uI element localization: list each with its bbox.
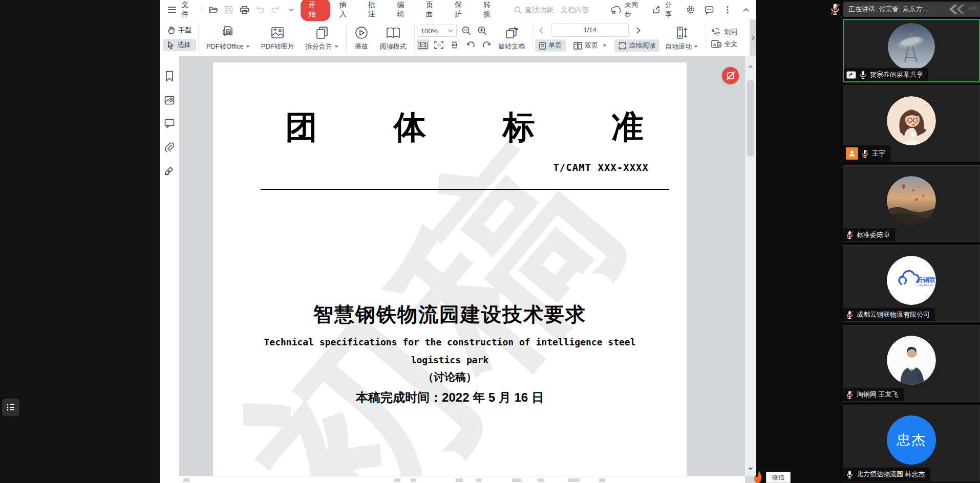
edit-disabled-badge[interactable] (722, 67, 739, 84)
bookmark-icon[interactable] (165, 71, 174, 82)
svg-text:a: a (712, 28, 715, 33)
participant-name: 北方恒达物流园 韩忠杰 (857, 470, 925, 479)
more-options-icon[interactable] (722, 4, 734, 16)
illustrated-woman-avatar (887, 96, 936, 145)
single-page-button[interactable]: 单页 (535, 39, 566, 52)
participant-tile[interactable]: 淘钢网 王龙飞 (843, 325, 980, 402)
search-box[interactable] (514, 6, 607, 14)
redo-icon[interactable] (270, 4, 282, 16)
collapse-ribbon-icon[interactable] (740, 4, 752, 16)
cloud-sync-icon[interactable] (610, 4, 622, 16)
list-icon (6, 402, 16, 412)
participant-name: 成都云钢联物流有限公司 (857, 310, 930, 319)
participant-tile[interactable]: 王宇 (843, 85, 980, 162)
word-translate-button[interactable]: a 中 划词 (711, 27, 744, 36)
desktop-left-strip (0, 0, 160, 483)
read-mode-button[interactable]: 阅读模式 (374, 24, 412, 51)
hand-icon (167, 26, 175, 34)
share-label[interactable]: 分享 (665, 1, 678, 19)
vertical-scrollbar[interactable] (745, 56, 756, 476)
previous-page-button[interactable] (535, 25, 547, 36)
zoom-level-select[interactable]: 100% (417, 25, 457, 37)
undo-icon[interactable] (254, 4, 266, 16)
document-title-en-line2: logistics park (213, 355, 687, 365)
sync-status-label: 未同步 (625, 1, 644, 19)
fit-width-button[interactable] (449, 39, 461, 51)
comment-icon[interactable] (703, 4, 715, 16)
header-rule (261, 189, 669, 190)
zoom-in-button[interactable] (476, 25, 488, 36)
zoom-out-button[interactable] (460, 25, 473, 36)
auto-scroll-button[interactable]: 自动滚动 (659, 24, 704, 51)
tab-convert[interactable]: 转换 (478, 1, 503, 19)
flame-app-icon[interactable] (751, 471, 763, 483)
rotate-right-button[interactable] (480, 39, 493, 51)
participant-tile[interactable]: 标准委陈卓 (843, 165, 980, 242)
tab-edit[interactable]: 编辑 (391, 1, 416, 19)
presenter-badge (846, 147, 858, 160)
tab-page[interactable]: 页面 (420, 1, 445, 19)
tab-protect[interactable]: 保护 (449, 1, 474, 19)
toolbar-ribbon: 手型 选择 W PDF转Office (160, 19, 756, 56)
panel-expander[interactable] (750, 19, 756, 56)
screen-share-icon (846, 71, 856, 79)
chevron-down-icon[interactable] (285, 4, 297, 16)
next-page-button[interactable] (632, 25, 645, 36)
meeting-sidebar: 正在讲话: 贺宗春; 京东方... (843, 0, 980, 483)
standard-header: 团 体 标 准 (285, 105, 644, 149)
caret-down (603, 45, 607, 49)
hand-tool-button[interactable]: 手型 (163, 24, 196, 36)
split-merge-icon (315, 26, 329, 40)
file-menu[interactable]: 文件 (181, 1, 195, 19)
tab-annotate[interactable]: 批注 (363, 1, 388, 19)
full-translate-button[interactable]: a 中 全文 (711, 39, 744, 49)
caret-down (694, 46, 698, 50)
select-tool-button[interactable]: 选择 (163, 39, 196, 51)
pdf-to-image-button[interactable]: PDF转图片 (255, 24, 300, 51)
company-logo-avatar: 云钢联 YUNGANGLIAN (887, 256, 936, 305)
status-bar-partial (179, 476, 745, 483)
standard-number: T/CAMT XXX-XXXX (553, 162, 649, 173)
share-icon[interactable] (651, 4, 663, 16)
actual-size-button[interactable]: 1:1 (417, 39, 429, 51)
save-icon[interactable] (223, 4, 235, 16)
pdf-to-office-button[interactable]: W PDF转Office (201, 24, 255, 51)
search-input[interactable] (525, 6, 607, 14)
scroll-up-arrow[interactable] (748, 62, 753, 68)
paperclip-icon[interactable] (164, 142, 175, 152)
scrollbar-thumb[interactable] (747, 80, 754, 157)
comment-bubble-icon[interactable] (164, 119, 175, 128)
double-page-button[interactable]: 双页 (569, 39, 611, 52)
tab-insert[interactable]: 插入 (334, 1, 359, 19)
pdf-to-image-icon (270, 26, 285, 40)
page-indicator-input[interactable]: 1/14 (551, 24, 629, 37)
search-icon (514, 6, 522, 14)
participant-list: 贺宗春的屏幕共享 (843, 19, 980, 481)
pdf-page: 初稿 团 体 标 准 T/CAMT XXX-XXXX 智慧钢铁物流园建设技术要求… (213, 62, 687, 483)
svg-text:YUNGANGLIAN: YUNGANGLIAN (917, 284, 933, 287)
open-folder-icon[interactable] (207, 4, 219, 16)
split-merge-button[interactable]: 拆分合并 (300, 24, 344, 51)
fit-page-button[interactable] (433, 39, 445, 51)
signature-pen-icon[interactable] (164, 166, 175, 176)
gear-icon[interactable] (685, 4, 696, 16)
rotate-left-button[interactable] (464, 39, 477, 51)
image-icon[interactable] (164, 96, 175, 105)
pdf-app-window: 文件 (160, 0, 756, 483)
participant-tile[interactable]: 云钢联 YUNGANGLIAN 成都云钢联物流有限公司 (843, 245, 980, 322)
participant-tile[interactable]: 忠杰 北方恒达物流园 韩忠杰 (843, 405, 980, 481)
auto-scroll-icon (675, 26, 688, 40)
businessman-avatar (887, 336, 936, 385)
rotate-document-button[interactable]: 旋转文档 (493, 24, 530, 51)
meeting-app-logo-decoration[interactable] (946, 4, 978, 15)
hamburger-menu-icon[interactable] (166, 4, 178, 16)
tab-home[interactable]: 开始 (301, 0, 330, 21)
document-canvas[interactable]: 初稿 团 体 标 准 T/CAMT XXX-XXXX 智慧钢铁物流园建设技术要求… (179, 56, 756, 483)
play-button[interactable]: 播放 (349, 24, 374, 51)
mic-on-icon (859, 71, 867, 79)
continuous-reading-button[interactable]: 连续阅读 (614, 39, 659, 52)
caret-down-icon (448, 29, 453, 32)
print-icon[interactable] (239, 4, 250, 16)
taskbar-list-widget-button[interactable] (2, 399, 19, 416)
participant-tile[interactable]: 贺宗春的屏幕共享 (843, 19, 980, 82)
